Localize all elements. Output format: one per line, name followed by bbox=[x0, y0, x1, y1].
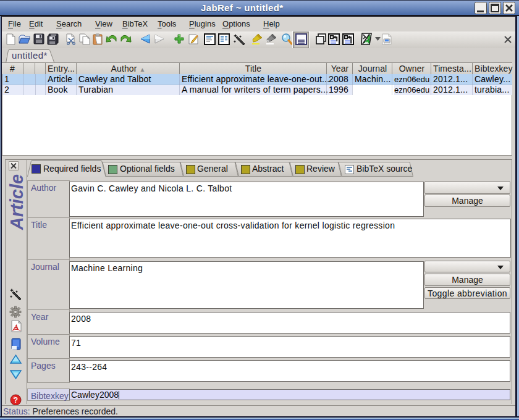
svg-text:?: ? bbox=[14, 396, 18, 405]
